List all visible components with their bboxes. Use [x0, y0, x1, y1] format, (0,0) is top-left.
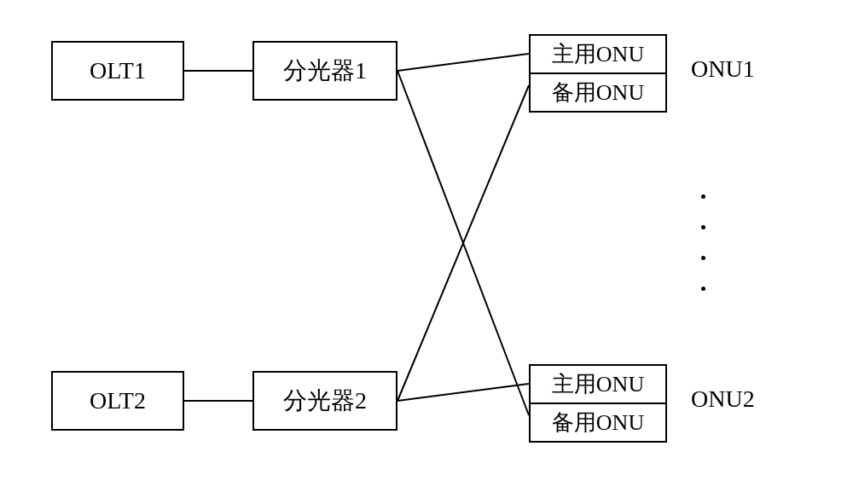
onu2-primary: 主用ONU	[531, 366, 665, 403]
onu2-group: 主用ONU 备用ONU	[529, 364, 667, 443]
onu1-backup: 备用ONU	[531, 72, 665, 111]
svg-line-2	[397, 54, 529, 71]
splitter1-box: 分光器1	[252, 41, 397, 101]
splitter1-label: 分光器1	[283, 55, 367, 87]
svg-line-4	[397, 384, 529, 401]
splitter2-box: 分光器2	[252, 371, 397, 431]
onu2-label: ONU2	[691, 385, 755, 413]
svg-line-5	[397, 85, 529, 401]
ellipsis-dot	[701, 287, 705, 291]
olt2-box: OLT2	[51, 371, 184, 431]
onu1-label: ONU1	[691, 55, 755, 83]
ellipsis-dot	[701, 194, 705, 199]
olt1-label: OLT1	[90, 57, 146, 84]
ellipsis-dot	[701, 256, 705, 260]
olt1-box: OLT1	[51, 41, 184, 101]
onu1-group: 主用ONU 备用ONU	[529, 34, 667, 113]
onu2-backup: 备用ONU	[531, 403, 665, 441]
svg-line-3	[397, 71, 529, 415]
olt2-label: OLT2	[90, 387, 146, 414]
ellipsis-dot	[701, 225, 705, 229]
splitter2-label: 分光器2	[283, 385, 367, 417]
onu1-primary: 主用ONU	[531, 36, 665, 72]
